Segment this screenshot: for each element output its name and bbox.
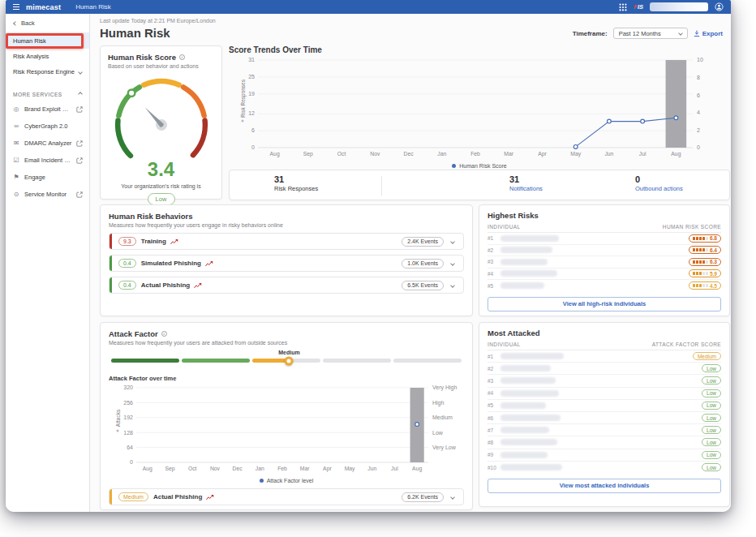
redacted-name <box>500 439 557 445</box>
attack-level-badge: Low <box>702 376 721 384</box>
info-icon[interactable]: i <box>161 331 167 337</box>
table-row: #6 Low <box>488 412 721 424</box>
redacted-name <box>500 353 564 359</box>
table-row: #5 Low <box>488 400 721 412</box>
svg-text:May: May <box>345 466 355 472</box>
legend-dot <box>452 164 456 168</box>
sidebar-item-brand-exploit-protect[interactable]: ◎ Brand Exploit Protect <box>6 101 89 118</box>
export-button[interactable]: Export <box>694 30 723 37</box>
score-trends-legend[interactable]: Human Risk Score <box>229 163 730 169</box>
table-row: #4 Low <box>488 388 721 400</box>
attack-level-badge: Low <box>702 364 721 372</box>
sidebar-item-risk-response-engine[interactable]: Risk Response Engine <box>6 64 89 79</box>
expand-chevron-icon[interactable] <box>450 261 455 266</box>
expand-chevron-icon[interactable] <box>450 283 455 288</box>
table-row: #2 Low <box>488 363 721 375</box>
topbar-app-title: Human Risk <box>75 3 111 11</box>
behavior-score-badge: 9.3 <box>118 237 136 246</box>
view-high-risk-button[interactable]: View all high-risk individuals <box>488 297 721 311</box>
redacted-name <box>500 259 548 265</box>
sidebar-item-email-incident-response[interactable]: ☑ Email Incident Response <box>6 152 89 169</box>
info-icon[interactable]: i <box>179 54 185 60</box>
timeframe-select[interactable]: Past 12 Months <box>613 28 688 39</box>
svg-text:19: 19 <box>248 91 255 97</box>
redacted-name <box>500 464 562 470</box>
redacted-name <box>500 402 546 409</box>
behavior-row-simulated-phishing[interactable]: 0.4 Simulated Phishing 1.0K Events <box>109 255 464 272</box>
menu-icon[interactable] <box>13 4 19 10</box>
sidebar-item-service-monitor[interactable]: ⊙ Service Monitor <box>6 186 89 203</box>
svg-text:Sep: Sep <box>165 466 174 472</box>
account-icon[interactable] <box>715 2 724 11</box>
behavior-row-training[interactable]: 9.3 Training 2.4K Events <box>109 233 464 250</box>
svg-text:Oct: Oct <box>188 466 197 471</box>
sidebar-item-dmarc-analyzer[interactable]: ✉ DMARC Analyzer <box>6 135 89 152</box>
table-row: #4 5.9 <box>488 268 721 281</box>
table-row: #3 6.3 <box>488 256 721 268</box>
table-row: #1 Medium <box>488 350 721 363</box>
attack-level-badge: Low <box>702 389 721 397</box>
risk-score-badge: 6.8 <box>689 234 721 243</box>
sidebar-item-human-risk[interactable]: Human Risk <box>6 33 89 49</box>
svg-text:6: 6 <box>697 92 700 98</box>
svg-text:Apr: Apr <box>323 466 332 472</box>
svg-text:0: 0 <box>697 144 700 150</box>
behavior-score-badge: 0.4 <box>118 259 136 268</box>
attack-row-actual-phishing[interactable]: Medium Actual Phishing 6.2K Events <box>109 488 464 505</box>
attack-factor-legend[interactable]: Attack Factor level <box>109 478 464 483</box>
external-link-icon <box>76 191 83 198</box>
table-row: #2 6.4 <box>488 245 721 257</box>
svg-text:Jul: Jul <box>639 151 646 157</box>
svg-text:Dec: Dec <box>233 466 243 471</box>
search-input[interactable] <box>650 2 708 11</box>
attack-level-badge: Low <box>702 463 721 471</box>
back-label: Back <box>21 19 35 27</box>
column-header-individual: INDIVIDUAL <box>488 224 520 230</box>
divider <box>381 176 382 195</box>
expand-chevron-icon[interactable] <box>450 239 455 244</box>
svg-text:Nov: Nov <box>370 151 380 157</box>
sidebar-item-engage[interactable]: ⚑ Engage <box>6 169 89 186</box>
attack-level-badge: Low <box>702 451 721 459</box>
view-most-attacked-button[interactable]: View most attacked individuals <box>488 479 721 493</box>
column-header-score: ATTACK FACTOR SCORE <box>652 342 721 347</box>
external-link-icon <box>76 106 83 113</box>
behavior-row-actual-phishing[interactable]: 0.4 Actual Phishing 6.5K Events <box>109 277 464 294</box>
attack-level-badge: Low <box>702 414 721 422</box>
attack-factor-meter: Medium <box>111 359 462 363</box>
check-circle-icon: ☑ <box>12 157 20 164</box>
svg-text:High: High <box>432 400 445 406</box>
stat-notifications: 31 Notifications <box>509 174 543 192</box>
back-button[interactable]: Back <box>6 14 89 33</box>
page-title: Human Risk <box>100 26 170 40</box>
gauge-marker-dot <box>127 89 135 97</box>
apps-grid-icon[interactable] <box>619 3 627 11</box>
svg-text:10: 10 <box>697 57 703 62</box>
brand-exploit-protect-icon: ◎ <box>12 105 20 113</box>
trend-up-icon <box>170 238 178 245</box>
notifications-link[interactable]: Notifications <box>509 185 543 192</box>
risk-score-value: 3.4 <box>108 158 214 181</box>
expand-chevron-icon[interactable] <box>450 495 455 500</box>
svg-text:Aug: Aug <box>671 151 681 157</box>
outbound-actions-link[interactable]: Outbound actions <box>635 185 683 192</box>
behavior-score-badge: 0.4 <box>118 281 136 290</box>
trend-up-icon <box>206 494 214 500</box>
attack-factor-card: Attack Factor i Measures how frequently … <box>100 322 473 510</box>
svg-text:8: 8 <box>697 75 700 80</box>
app-window: mimecast Human Risk FFISIS Back Human Ri… <box>6 0 731 512</box>
svg-text:6: 6 <box>251 127 255 133</box>
sidebar-item-risk-analysis[interactable]: Risk Analysis <box>6 49 89 64</box>
table-row: #8 Low <box>488 436 721 449</box>
sidebar-item-cybergraph[interactable]: ∞ CyberGraph 2.0 <box>6 118 89 135</box>
stat-risk-responses: 31 Risk Responses <box>274 174 318 192</box>
external-link-icon <box>76 140 83 147</box>
column-header-individual: INDIVIDUAL <box>488 342 520 347</box>
risk-rating-caption: Your organization's risk rating is <box>108 183 214 189</box>
redacted-name <box>500 270 557 277</box>
chevron-left-icon <box>13 21 18 26</box>
events-count-badge: 1.0K Events <box>402 259 444 268</box>
topbar: mimecast Human Risk FFISIS <box>6 0 731 14</box>
attack-factor-chart: Attacks 064128192256320Very HighHighMedi… <box>109 384 464 478</box>
more-services-header[interactable]: MORE SERVICES <box>6 88 89 101</box>
